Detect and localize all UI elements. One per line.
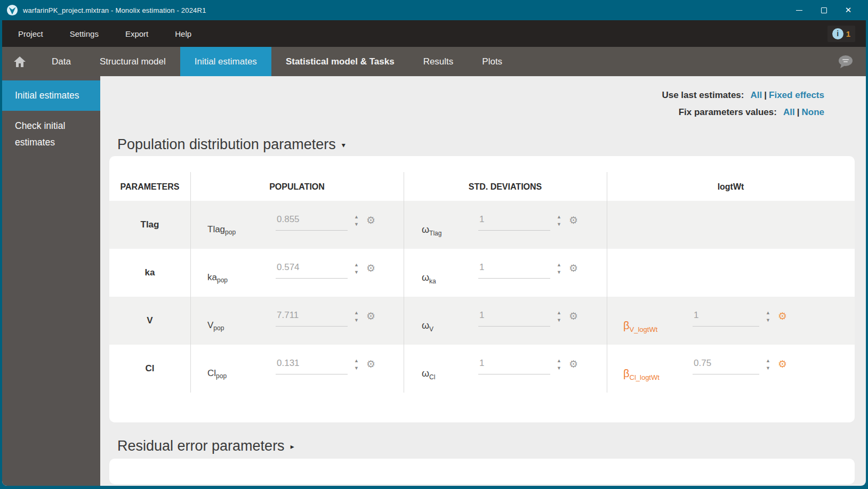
step-down-icon[interactable]: ▼ <box>557 222 561 227</box>
chat-icon <box>837 54 854 69</box>
menu-settings[interactable]: Settings <box>70 29 99 38</box>
step-down-icon[interactable]: ▼ <box>354 318 359 323</box>
tab-plots[interactable]: Plots <box>468 47 517 76</box>
std-deviation-value-input[interactable] <box>478 214 550 231</box>
covariate-beta-cell: βV_logtWt ▲ ▼ ⚙ <box>607 297 855 345</box>
gear-icon[interactable]: ⚙ <box>569 310 578 322</box>
fix-parameters-row: Fix parameters values: All|None <box>100 104 824 121</box>
step-down-icon[interactable]: ▼ <box>557 270 561 275</box>
std-deviation-value-input[interactable] <box>478 358 550 374</box>
table-row: Tlag Tlagpop ▲ ▼ ⚙ ωTlag <box>109 201 855 249</box>
column-header-logtwt: logtWt <box>607 182 855 192</box>
fix-parameters-label: Fix parameters values: <box>679 107 777 117</box>
tab-statistical-model-tasks[interactable]: Statistical model & Tasks <box>271 47 409 76</box>
value-stepper: ▲ ▼ <box>354 263 359 275</box>
gear-icon[interactable]: ⚙ <box>778 310 787 322</box>
step-down-icon[interactable]: ▼ <box>354 270 359 275</box>
titlebar: warfarinPK_project.mlxtran - Monolix est… <box>0 0 868 20</box>
monolix-logo-icon <box>6 4 18 16</box>
residual-section-header[interactable]: Residual error parameters ▸ <box>117 435 866 457</box>
std-deviation-value-input[interactable] <box>478 262 550 279</box>
step-up-icon[interactable]: ▲ <box>766 358 770 363</box>
value-stepper: ▲ ▼ <box>354 311 359 323</box>
std-deviation-cell: ωV ▲ ▼ ⚙ <box>404 297 607 345</box>
population-value-input[interactable] <box>276 214 348 231</box>
menu-help[interactable]: Help <box>175 29 191 38</box>
step-up-icon[interactable]: ▲ <box>557 263 561 267</box>
main-panel: Use last estimates: All|Fixed effects Fi… <box>100 76 866 486</box>
maximize-button[interactable] <box>811 0 836 20</box>
value-stepper: ▲ ▼ <box>766 311 770 323</box>
tab-results[interactable]: Results <box>409 47 468 76</box>
use-last-fixed-effects-link[interactable]: Fixed effects <box>769 90 824 100</box>
sidebar-item-initial-estimates[interactable]: Initial estimates <box>2 80 100 111</box>
tab-home[interactable] <box>2 47 37 76</box>
tab-initial-estimates[interactable]: Initial estimates <box>180 47 271 76</box>
menu-bar: Project Settings Export Help i 1 <box>2 20 866 47</box>
menu-project[interactable]: Project <box>18 29 43 38</box>
step-up-icon[interactable]: ▲ <box>557 358 561 363</box>
covariate-beta-cell: βCl_logtWt ▲ ▼ ⚙ <box>607 345 855 393</box>
feedback-button[interactable] <box>837 47 866 76</box>
minimize-icon <box>796 10 802 11</box>
step-up-icon[interactable]: ▲ <box>354 311 359 315</box>
notifications-button[interactable]: i 1 <box>827 26 855 42</box>
sidebar-item-check-initial-estimates[interactable]: Check initial estimates <box>2 111 100 158</box>
estimate-actions: Use last estimates: All|Fixed effects Fi… <box>100 76 866 121</box>
population-section-header[interactable]: Population distribution parameters ▾ <box>117 134 866 155</box>
separator: | <box>795 107 802 117</box>
std-deviation-cell: ωCl ▲ ▼ ⚙ <box>404 345 607 393</box>
gear-icon[interactable]: ⚙ <box>366 310 375 322</box>
tab-data[interactable]: Data <box>37 47 85 76</box>
beta-parameter-label: βCl_logtWt <box>623 368 683 380</box>
gear-icon[interactable]: ⚙ <box>366 262 375 274</box>
gear-icon[interactable]: ⚙ <box>569 214 578 226</box>
residual-section-title: Residual error parameters <box>117 438 285 454</box>
population-parameter-label: Vpop <box>207 320 261 331</box>
fix-all-link[interactable]: All <box>783 107 795 117</box>
home-icon <box>13 55 27 68</box>
column-header-population: POPULATION <box>190 182 404 192</box>
step-up-icon[interactable]: ▲ <box>354 263 359 267</box>
gear-icon[interactable]: ⚙ <box>778 358 787 370</box>
gear-icon[interactable]: ⚙ <box>366 214 375 226</box>
column-header-parameters: PARAMETERS <box>109 182 190 192</box>
gear-icon[interactable]: ⚙ <box>569 262 578 274</box>
step-down-icon[interactable]: ▼ <box>557 318 561 323</box>
step-up-icon[interactable]: ▲ <box>354 358 359 363</box>
minimize-button[interactable] <box>787 0 811 20</box>
window-title: warfarinPK_project.mlxtran - Monolix est… <box>23 6 206 14</box>
expand-caret-icon: ▸ <box>291 442 294 451</box>
step-up-icon[interactable]: ▲ <box>557 311 561 315</box>
step-down-icon[interactable]: ▼ <box>354 366 359 371</box>
population-value-input[interactable] <box>276 310 348 327</box>
table-header-row: PARAMETERS POPULATION STD. DEVIATIONS lo… <box>109 156 855 201</box>
population-cell: Tlagpop ▲ ▼ ⚙ <box>190 201 404 249</box>
separator: | <box>762 90 769 100</box>
population-parameter-label: Tlagpop <box>207 224 261 235</box>
step-down-icon[interactable]: ▼ <box>354 222 359 227</box>
step-down-icon[interactable]: ▼ <box>557 366 561 371</box>
use-last-all-link[interactable]: All <box>751 90 762 100</box>
step-down-icon[interactable]: ▼ <box>766 366 770 371</box>
std-deviation-value-input[interactable] <box>478 310 550 327</box>
beta-value-input[interactable] <box>693 310 759 327</box>
step-up-icon[interactable]: ▲ <box>557 215 561 219</box>
omega-parameter-label: ωV <box>422 320 463 331</box>
menu-export[interactable]: Export <box>125 29 148 38</box>
population-value-input[interactable] <box>276 358 348 374</box>
population-value-input[interactable] <box>276 262 348 279</box>
use-last-estimates-row: Use last estimates: All|Fixed effects <box>100 87 824 104</box>
table-row: ka kapop ▲ ▼ ⚙ ωka <box>109 249 855 297</box>
close-button[interactable]: ✕ <box>836 0 861 20</box>
step-up-icon[interactable]: ▲ <box>354 215 359 219</box>
tab-structural-model[interactable]: Structural model <box>85 47 180 76</box>
step-down-icon[interactable]: ▼ <box>766 318 770 323</box>
gear-icon[interactable]: ⚙ <box>569 358 578 370</box>
beta-value-input[interactable] <box>693 358 759 374</box>
step-up-icon[interactable]: ▲ <box>766 311 770 315</box>
population-cell: Vpop ▲ ▼ ⚙ <box>190 297 404 345</box>
gear-icon[interactable]: ⚙ <box>366 358 375 370</box>
fix-none-link[interactable]: None <box>802 107 825 117</box>
info-icon: i <box>832 28 843 39</box>
